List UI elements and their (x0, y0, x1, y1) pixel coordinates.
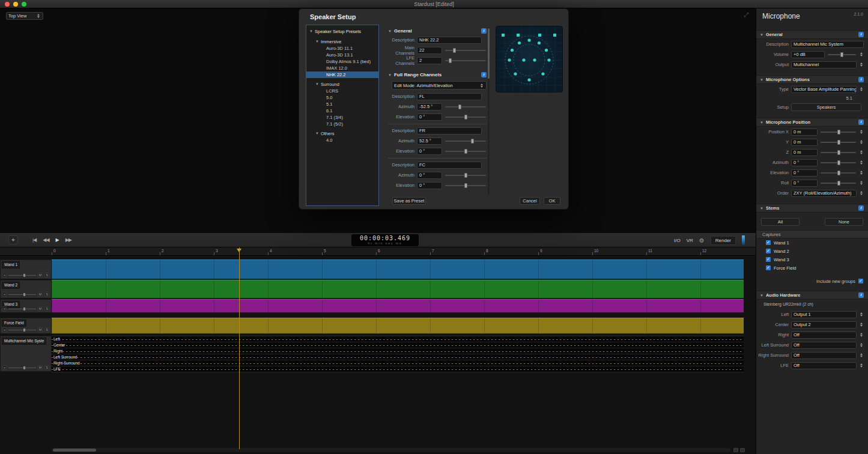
hw-right-surround-select[interactable]: Off (791, 352, 857, 359)
stepper-icon[interactable] (859, 322, 864, 327)
track-fader[interactable] (8, 309, 36, 309)
fullscreen-icon[interactable]: ⤢ (744, 11, 748, 19)
position-x-slider[interactable] (820, 129, 857, 136)
stem-item-force-field[interactable]: Force Field (756, 264, 868, 272)
view-selector[interactable]: Top View (6, 12, 43, 20)
stepper-icon[interactable] (859, 130, 864, 134)
stepper-icon[interactable] (859, 87, 864, 91)
track-mute-button[interactable]: M (38, 306, 43, 311)
main-channels-slider[interactable] (445, 47, 487, 54)
rewind-icon[interactable]: ◀◀ (43, 237, 49, 243)
roll-slider[interactable] (820, 180, 857, 187)
channel-elevation-slider[interactable] (445, 182, 487, 189)
section-header-full-range[interactable]: ▼ Full Range Channels i (388, 71, 487, 79)
save-as-preset-button[interactable]: Save as Preset (392, 197, 426, 205)
track-header[interactable]: Multichannel Mic Syste + M S (0, 336, 52, 372)
elevation-field[interactable]: 0 ° (791, 169, 818, 177)
info-icon[interactable]: i (481, 72, 487, 77)
stepper-icon[interactable] (859, 353, 864, 357)
track-mute-button[interactable]: M (38, 273, 43, 277)
section-header-stems[interactable]: ▼ Stems i (756, 204, 868, 213)
info-icon[interactable]: i (858, 205, 864, 211)
info-icon[interactable]: i (858, 77, 864, 82)
fast-forward-icon[interactable]: ▶▶ (65, 237, 71, 243)
lfe-channels-field[interactable]: 2 (417, 57, 442, 64)
stepper-icon[interactable] (859, 191, 864, 195)
stepper-icon[interactable] (859, 160, 864, 165)
channel-elevation-slider[interactable] (445, 148, 487, 155)
channel-description-field[interactable]: FC (417, 162, 482, 169)
channel-azimuth-slider[interactable] (445, 138, 487, 145)
track-fader[interactable] (8, 330, 36, 330)
channel-azimuth-field[interactable]: -52.5 ° (417, 103, 442, 110)
channel-description-field[interactable]: FR (417, 127, 482, 135)
section-header-general[interactable]: ▼ General i (756, 30, 868, 39)
channel-elevation-slider[interactable] (445, 114, 487, 121)
stepper-icon[interactable] (859, 312, 864, 316)
stem-item-wand1[interactable]: Wand 1 (756, 238, 868, 247)
position-x-field[interactable]: 0 m (791, 129, 818, 136)
speaker-layout-viz[interactable] (496, 26, 563, 92)
channel-elevation-field[interactable]: 0 ° (417, 148, 442, 155)
preset-tree-root[interactable]: ▼ Speaker Setup Presets (306, 27, 378, 35)
preset-item[interactable]: 7.1 (5/2) (306, 121, 378, 127)
hw-left-select[interactable]: Output 1 (791, 311, 857, 318)
track-clip[interactable] (52, 318, 744, 334)
track-add-button[interactable]: + (2, 273, 7, 277)
timeline-ruler[interactable]: 0 1 2 3 4 5 6 7 8 9 10 11 12 (0, 247, 756, 256)
stem-item-wand2[interactable]: Wand 2 (756, 247, 868, 255)
checkbox-checked-icon[interactable] (766, 265, 771, 270)
position-y-slider[interactable] (820, 139, 857, 146)
position-y-field[interactable]: 0 m (791, 139, 818, 146)
info-icon[interactable]: i (858, 292, 864, 298)
info-icon[interactable]: i (481, 28, 487, 34)
track-fader[interactable] (8, 368, 36, 368)
stepper-icon[interactable] (859, 52, 864, 56)
preset-item[interactable]: IMAX 12.0 (306, 65, 378, 71)
hw-left-surround-select[interactable]: Off (791, 342, 857, 349)
track-add-button[interactable]: + (2, 306, 7, 311)
edit-mode-select[interactable]: Edit Mode: Azimuth/Elevation (392, 81, 487, 89)
stems-all-button[interactable]: All (761, 218, 800, 226)
azimuth-field[interactable]: 0 ° (791, 159, 818, 166)
preset-group-surround[interactable]: ▼ Surround (306, 80, 378, 88)
add-track-button[interactable]: + (8, 235, 18, 244)
vr-button[interactable]: VR (687, 238, 693, 243)
channel-azimuth-slider[interactable] (445, 103, 487, 110)
track-add-button[interactable]: + (2, 365, 7, 370)
hw-lfe-select[interactable]: Off (791, 362, 857, 369)
stepper-icon[interactable] (859, 171, 864, 175)
track-clip[interactable] (52, 280, 744, 298)
track-solo-button[interactable]: S (44, 327, 49, 332)
checkbox-checked-icon[interactable] (766, 249, 771, 253)
position-z-field[interactable]: 0 m (791, 149, 818, 156)
track-clip[interactable] (52, 259, 744, 279)
track-add-button[interactable]: + (2, 292, 7, 297)
stepper-icon[interactable] (859, 62, 864, 67)
track-header[interactable]: Wand 1 + M S (0, 259, 52, 279)
output-select[interactable]: Multichannel (791, 61, 857, 68)
track-mute-button[interactable]: M (38, 292, 43, 297)
zoom-tools[interactable] (733, 448, 745, 452)
channel-elevation-field[interactable]: 0 ° (417, 114, 442, 121)
play-icon[interactable]: ▶ (56, 237, 59, 243)
track-fader[interactable] (8, 294, 36, 295)
channel-azimuth-field[interactable]: 52.5 ° (417, 138, 442, 145)
stepper-icon[interactable] (859, 140, 864, 144)
checkbox-checked-icon[interactable] (858, 279, 863, 283)
volume-slider[interactable] (827, 51, 857, 58)
track-header[interactable]: Wand 2 + M S (0, 280, 52, 298)
gear-icon[interactable]: ⚙ (699, 237, 705, 244)
channel-azimuth-field[interactable]: 0 ° (417, 172, 442, 179)
cancel-button[interactable]: Cancel (520, 197, 540, 205)
info-icon[interactable]: i (858, 32, 864, 37)
elevation-slider[interactable] (820, 169, 857, 177)
section-header-mic-options[interactable]: ▼ Microphone Options i (756, 75, 868, 84)
stepper-icon[interactable] (859, 181, 864, 185)
horizontal-scrollbar[interactable] (52, 448, 730, 452)
stepper-icon[interactable] (859, 150, 864, 154)
speakers-setup-button[interactable]: Speakers (791, 103, 861, 111)
info-icon[interactable]: i (858, 120, 864, 125)
hw-right-select[interactable]: Off (791, 331, 857, 339)
preset-item-selected[interactable]: NHK 22.2 (306, 71, 378, 78)
